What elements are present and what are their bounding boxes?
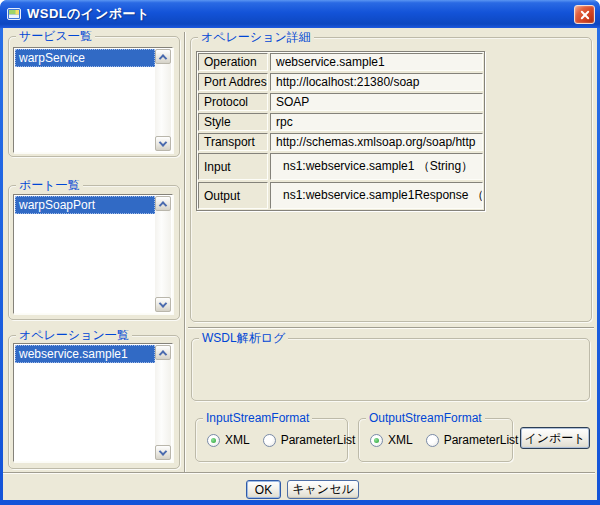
- radio-xml[interactable]: [207, 434, 220, 447]
- scroll-up-button[interactable]: [155, 345, 171, 360]
- ports-list[interactable]: warpSoapPort: [13, 194, 173, 314]
- list-item[interactable]: warpSoapPort: [15, 196, 155, 214]
- footer-divider: [3, 472, 595, 474]
- radio-xml-label: XML: [388, 433, 413, 447]
- detail-key: Protocol: [198, 93, 268, 111]
- detail-value: webservice.sample1: [270, 53, 483, 71]
- window-title: WSDLのインポート: [27, 5, 150, 23]
- radio-parameterlist[interactable]: [426, 434, 439, 447]
- chevron-down-icon: [159, 138, 167, 146]
- operation-details-label: オペレーション詳細: [198, 30, 314, 44]
- wsdl-import-dialog: WSDLのインポート サービス一覧 warpService ポート一覧 warp…: [0, 0, 600, 505]
- window-icon: [6, 6, 22, 22]
- list-item[interactable]: warpService: [15, 49, 155, 67]
- input-stream-format-group: InputStreamFormat XML ParameterList: [195, 418, 348, 462]
- chevron-up-icon: [159, 201, 167, 209]
- ports-group-label: ポート一覧: [16, 178, 83, 192]
- services-group-label: サービス一覧: [16, 29, 95, 43]
- panel-divider: [184, 32, 186, 472]
- detail-key: Output: [198, 182, 268, 209]
- radio-xml-label: XML: [225, 433, 250, 447]
- output-stream-format-label: OutputStreamFormat: [366, 411, 485, 425]
- chevron-down-icon: [159, 299, 167, 307]
- list-item[interactable]: webservice.sample1: [15, 345, 155, 363]
- radio-parameterlist-label: ParameterList: [444, 433, 519, 447]
- dialog-body: サービス一覧 warpService ポート一覧 warpSoapPort オペ…: [3, 28, 597, 500]
- wsdl-log-group: WSDL解析ログ: [191, 338, 590, 401]
- detail-key: Port Address: [198, 73, 268, 91]
- radio-parameterlist[interactable]: [263, 434, 276, 447]
- detail-key: Transport: [198, 133, 268, 151]
- title-bar[interactable]: WSDLのインポート: [0, 0, 600, 28]
- wsdl-log-label: WSDL解析ログ: [199, 331, 288, 345]
- detail-value: http://schemas.xmlsoap.org/soap/http: [270, 133, 483, 151]
- cancel-button[interactable]: キャンセル: [287, 480, 359, 499]
- radio-xml[interactable]: [370, 434, 383, 447]
- close-button[interactable]: [574, 5, 595, 24]
- import-button[interactable]: インポート: [520, 427, 590, 449]
- detail-value: ns1:webservice.sample1 （String）: [270, 153, 483, 180]
- operations-group-label: オペレーション一覧: [16, 328, 132, 342]
- scroll-down-button[interactable]: [155, 445, 171, 460]
- detail-value: ns1:webservice.sample1Response （String）: [270, 182, 483, 209]
- chevron-up-icon: [159, 54, 167, 62]
- chevron-up-icon: [159, 350, 167, 358]
- output-stream-format-group: OutputStreamFormat XML ParameterList: [358, 418, 513, 462]
- operation-details-table: Operation webservice.sample1 Port Addres…: [196, 51, 485, 211]
- radio-parameterlist-label: ParameterList: [281, 433, 356, 447]
- section-divider: [188, 327, 594, 329]
- ports-scrollbar[interactable]: [155, 196, 171, 312]
- detail-value: SOAP: [270, 93, 483, 111]
- detail-key: Operation: [198, 53, 268, 71]
- detail-value: rpc: [270, 113, 483, 131]
- ok-button[interactable]: OK: [246, 480, 281, 499]
- chevron-down-icon: [159, 447, 167, 455]
- detail-key: Input: [198, 153, 268, 180]
- operations-scrollbar[interactable]: [155, 345, 171, 460]
- operations-list[interactable]: webservice.sample1: [13, 343, 173, 462]
- scroll-down-button[interactable]: [155, 297, 171, 312]
- scroll-up-button[interactable]: [155, 196, 171, 211]
- services-scrollbar[interactable]: [155, 49, 171, 151]
- scroll-down-button[interactable]: [155, 136, 171, 151]
- detail-value: http://localhost:21380/soap: [270, 73, 483, 91]
- input-stream-format-label: InputStreamFormat: [203, 411, 312, 425]
- services-list[interactable]: warpService: [13, 47, 173, 153]
- scroll-up-button[interactable]: [155, 49, 171, 64]
- detail-key: Style: [198, 113, 268, 131]
